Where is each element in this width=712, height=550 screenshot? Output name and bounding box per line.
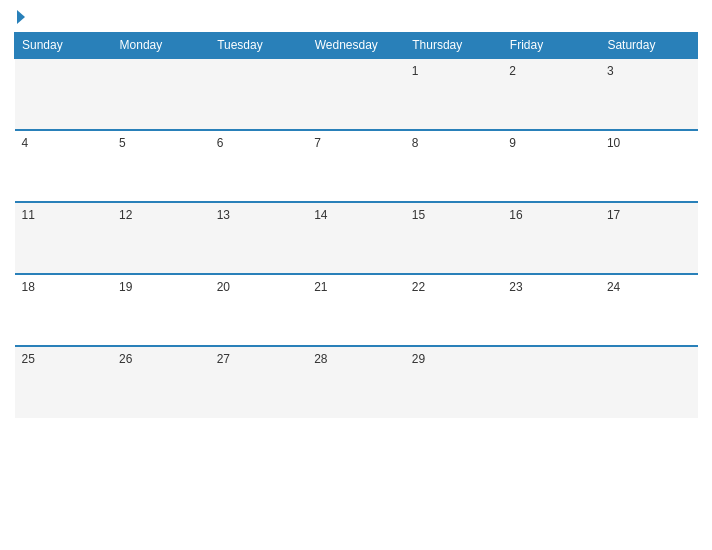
calendar-day-cell [307, 58, 405, 130]
calendar-day-cell: 26 [112, 346, 210, 418]
calendar-day-cell: 13 [210, 202, 308, 274]
logo-blue-text [14, 10, 25, 24]
calendar-day-cell: 11 [15, 202, 113, 274]
calendar-week-row: 123 [15, 58, 698, 130]
logo-triangle-icon [17, 10, 25, 24]
day-number: 14 [314, 208, 327, 222]
calendar-day-cell: 18 [15, 274, 113, 346]
weekday-header-tuesday: Tuesday [210, 33, 308, 59]
calendar-day-cell: 2 [502, 58, 600, 130]
day-number: 3 [607, 64, 614, 78]
day-number: 2 [509, 64, 516, 78]
calendar-day-cell [210, 58, 308, 130]
calendar-day-cell [600, 346, 698, 418]
day-number: 22 [412, 280, 425, 294]
day-number: 17 [607, 208, 620, 222]
calendar-day-cell: 16 [502, 202, 600, 274]
calendar-day-cell: 8 [405, 130, 503, 202]
day-number: 19 [119, 280, 132, 294]
day-number: 9 [509, 136, 516, 150]
calendar-day-cell: 20 [210, 274, 308, 346]
calendar-day-cell: 12 [112, 202, 210, 274]
day-number: 1 [412, 64, 419, 78]
calendar-day-cell: 7 [307, 130, 405, 202]
day-number: 10 [607, 136, 620, 150]
calendar-day-cell: 19 [112, 274, 210, 346]
calendar-week-row: 2526272829 [15, 346, 698, 418]
weekday-header-row: SundayMondayTuesdayWednesdayThursdayFrid… [15, 33, 698, 59]
day-number: 8 [412, 136, 419, 150]
day-number: 20 [217, 280, 230, 294]
day-number: 4 [22, 136, 29, 150]
calendar-day-cell: 5 [112, 130, 210, 202]
day-number: 21 [314, 280, 327, 294]
day-number: 25 [22, 352, 35, 366]
calendar-day-cell [15, 58, 113, 130]
calendar-day-cell: 15 [405, 202, 503, 274]
weekday-header-sunday: Sunday [15, 33, 113, 59]
calendar-day-cell: 3 [600, 58, 698, 130]
day-number: 15 [412, 208, 425, 222]
calendar-body: 1234567891011121314151617181920212223242… [15, 58, 698, 418]
day-number: 16 [509, 208, 522, 222]
day-number: 11 [22, 208, 35, 222]
calendar-day-cell: 9 [502, 130, 600, 202]
weekday-header-saturday: Saturday [600, 33, 698, 59]
day-number: 18 [22, 280, 35, 294]
calendar-day-cell: 29 [405, 346, 503, 418]
calendar-day-cell: 27 [210, 346, 308, 418]
calendar-thead: SundayMondayTuesdayWednesdayThursdayFrid… [15, 33, 698, 59]
calendar-week-row: 45678910 [15, 130, 698, 202]
calendar-day-cell: 17 [600, 202, 698, 274]
calendar-day-cell: 6 [210, 130, 308, 202]
calendar-week-row: 11121314151617 [15, 202, 698, 274]
weekday-header-thursday: Thursday [405, 33, 503, 59]
day-number: 13 [217, 208, 230, 222]
day-number: 27 [217, 352, 230, 366]
calendar-day-cell: 10 [600, 130, 698, 202]
day-number: 26 [119, 352, 132, 366]
day-number: 29 [412, 352, 425, 366]
day-number: 28 [314, 352, 327, 366]
day-number: 23 [509, 280, 522, 294]
day-number: 7 [314, 136, 321, 150]
weekday-header-monday: Monday [112, 33, 210, 59]
calendar-day-cell: 23 [502, 274, 600, 346]
calendar-day-cell [502, 346, 600, 418]
calendar-day-cell: 1 [405, 58, 503, 130]
calendar-day-cell: 21 [307, 274, 405, 346]
calendar-day-cell: 4 [15, 130, 113, 202]
calendar-day-cell [112, 58, 210, 130]
calendar-day-cell: 25 [15, 346, 113, 418]
calendar-day-cell: 28 [307, 346, 405, 418]
calendar-day-cell: 22 [405, 274, 503, 346]
calendar-wrapper: SundayMondayTuesdayWednesdayThursdayFrid… [0, 0, 712, 550]
calendar-day-cell: 14 [307, 202, 405, 274]
day-number: 24 [607, 280, 620, 294]
day-number: 6 [217, 136, 224, 150]
calendar-header [14, 10, 698, 24]
weekday-header-wednesday: Wednesday [307, 33, 405, 59]
logo [14, 10, 25, 24]
calendar-week-row: 18192021222324 [15, 274, 698, 346]
calendar-day-cell: 24 [600, 274, 698, 346]
day-number: 5 [119, 136, 126, 150]
day-number: 12 [119, 208, 132, 222]
weekday-header-friday: Friday [502, 33, 600, 59]
calendar-table: SundayMondayTuesdayWednesdayThursdayFrid… [14, 32, 698, 418]
